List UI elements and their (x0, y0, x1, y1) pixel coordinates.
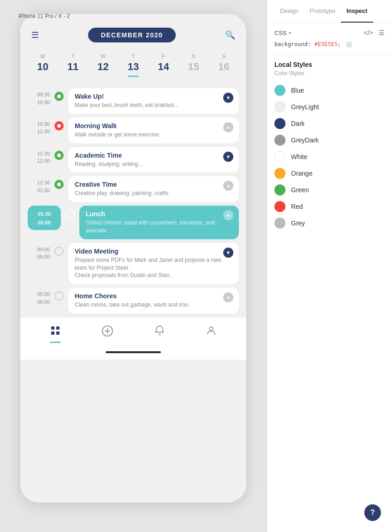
time-end: 12:30 (37, 157, 50, 165)
css-prop-name: background: (274, 41, 311, 47)
day-letter: S (222, 53, 226, 59)
color-circle-greylight (274, 101, 285, 112)
nav-item-grid[interactable] (50, 325, 61, 343)
day-col-sun[interactable]: S 16 (212, 53, 236, 77)
color-item-dark[interactable]: Dark (274, 115, 385, 132)
color-circle-green (274, 184, 285, 195)
event-card-active[interactable]: Lunch Grilled chicken salad with cucumbe… (79, 206, 239, 239)
day-letter: M (41, 53, 45, 59)
home-bar (106, 351, 161, 353)
time-start: 09:30 (37, 91, 50, 99)
event-desc: Creative play, drawing, painting, crafts… (75, 189, 232, 197)
code-icon[interactable]: </> (364, 29, 373, 36)
time-end: 11:30 (37, 128, 50, 136)
css-section: CSS ▾ </> ☰ background: #E5E5E5; (267, 23, 392, 54)
day-col-tue[interactable]: T 11 (61, 53, 85, 77)
inspect-tabs: Design Prototype Inspect (267, 0, 392, 23)
status-dot (54, 291, 64, 301)
color-item-greydark[interactable]: GreyDark (274, 132, 385, 148)
dot-inner (57, 154, 61, 157)
search-icon[interactable]: 🔍 (225, 30, 235, 40)
css-toolbar: CSS ▾ </> ☰ (274, 29, 385, 36)
month-badge[interactable]: DECEMBER 2020 (88, 28, 176, 42)
color-name-green: Green (291, 186, 309, 194)
time-start: 04:00 (37, 246, 50, 254)
color-name-greylight: GreyLight (291, 103, 319, 111)
nav-item-add[interactable] (101, 325, 113, 343)
active-day-indicator (128, 76, 139, 77)
color-item-red[interactable]: Red (274, 198, 385, 215)
css-label[interactable]: CSS ▾ (274, 30, 291, 36)
nav-active-indicator (50, 342, 61, 343)
event-card[interactable]: Wake Up! Make your bed, brush teeth, eat… (68, 88, 239, 114)
color-circle-grey (274, 218, 285, 229)
day-number: 10 (37, 61, 48, 73)
event-card[interactable]: Video Meeting Prepare some PDFs for Mark… (68, 243, 239, 284)
color-circle-white (274, 151, 285, 162)
color-item-white[interactable]: White (274, 148, 385, 165)
nav-item-bell[interactable] (154, 325, 165, 343)
day-col-fri[interactable]: F 14 (151, 53, 175, 77)
status-dot (54, 151, 64, 160)
day-col-mon[interactable]: M 10 (31, 53, 55, 77)
tab-inspect[interactable]: Inspect (341, 0, 373, 23)
svg-point-7 (209, 327, 213, 331)
event-title: Video Meeting (75, 248, 232, 255)
event-title: Creative Time (75, 181, 232, 188)
time-start: 12:30 (37, 179, 50, 187)
day-number: 13 (128, 61, 139, 73)
color-name-grey: Grey (291, 219, 305, 227)
color-circle-red (274, 201, 285, 212)
phone-frame: ☰ DECEMBER 2020 🔍 M 10 T 11 W 12 (20, 14, 246, 502)
color-swatch[interactable] (346, 42, 352, 47)
event-icon: ▼ (223, 93, 233, 103)
active-time-block: 01:30 03:00 (28, 206, 61, 230)
color-item-blue[interactable]: Blue (274, 82, 385, 99)
day-number: 12 (97, 61, 108, 73)
svg-rect-0 (51, 326, 54, 330)
list-item: 04:00 05:00 Video Meeting Prepare some P… (28, 243, 239, 284)
time-column: 10:30 11:30 (28, 118, 50, 136)
event-card[interactable]: Morning Walk Walk outside or get some ex… (68, 118, 239, 143)
event-desc: Make your bed, brush teeth, eat brakfast… (75, 101, 232, 109)
dot-inner (57, 95, 61, 98)
list-item: 05:00 06:00 Home Chores Clean rooms, tak… (28, 288, 239, 313)
event-card[interactable]: Creative Time Creative play, drawing, pa… (68, 176, 239, 202)
tab-prototype[interactable]: Prototype (304, 0, 341, 23)
status-dot (54, 92, 64, 101)
event-card[interactable]: Academic Time Reading, studying, writing… (68, 147, 239, 173)
help-button[interactable]: ? (364, 504, 381, 521)
event-icon: ▼ (223, 152, 233, 162)
list-item: 11:30 12:30 Academic Time Reading, study… (28, 147, 239, 173)
day-letter: F (162, 53, 165, 59)
day-number: 11 (67, 61, 78, 73)
event-desc: Prepare some PDFs for Mark and Janet and… (75, 256, 232, 279)
event-card[interactable]: Home Chores Clean rooms, take out garbag… (68, 288, 239, 313)
add-icon (101, 325, 113, 340)
css-label-text: CSS (274, 30, 287, 36)
day-letter: W (101, 53, 105, 59)
status-dot (54, 180, 64, 189)
color-item-orange[interactable]: Orange (274, 165, 385, 182)
event-title: Lunch (86, 210, 232, 218)
nav-item-profile[interactable] (206, 325, 217, 343)
css-prop-value: #E5E5E5; (315, 41, 341, 47)
event-icon: ▼ (223, 248, 233, 258)
time-column: 05:00 06:00 (28, 288, 50, 306)
day-number: 15 (188, 61, 199, 73)
tab-design[interactable]: Design (274, 0, 304, 23)
home-indicator (20, 348, 246, 360)
menu-lines-icon[interactable]: ☰ (379, 29, 385, 36)
color-item-grey[interactable]: Grey (274, 215, 385, 231)
color-item-green[interactable]: Green (274, 182, 385, 198)
day-col-sat[interactable]: S 15 (182, 53, 206, 77)
color-item-greylight[interactable]: GreyLight (274, 99, 385, 115)
color-name-greydark: GreyDark (291, 136, 319, 144)
color-name-red: Red (291, 203, 303, 210)
menu-icon[interactable]: ☰ (31, 30, 39, 40)
day-col-thu[interactable]: T 13 (121, 53, 145, 77)
time-end: 01:30 (37, 187, 50, 195)
day-letter: T (71, 53, 75, 59)
day-col-wed[interactable]: W 12 (91, 53, 115, 77)
svg-rect-1 (56, 326, 59, 330)
